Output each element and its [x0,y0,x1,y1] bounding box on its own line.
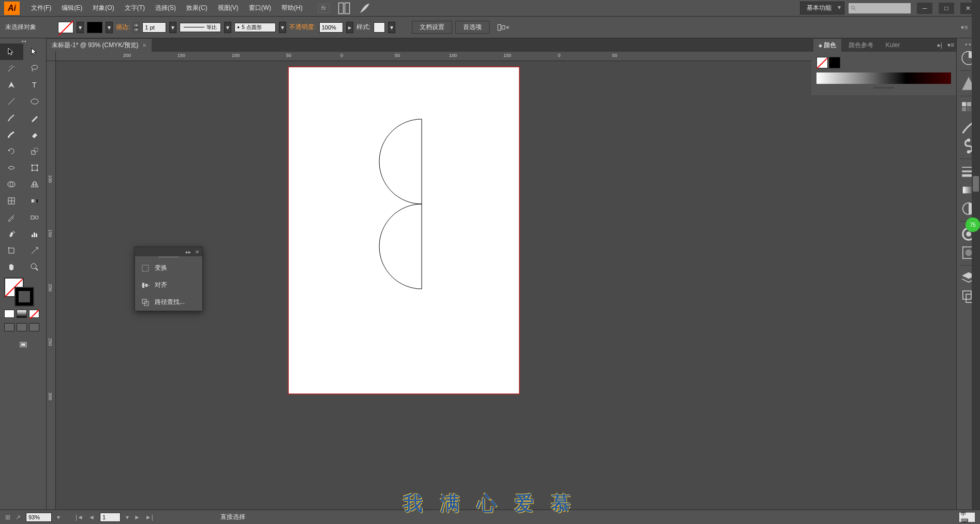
paintbrush-tool[interactable] [0,110,23,126]
floating-panel-header[interactable]: ▸▸ ✕ [135,247,202,256]
selection-tool[interactable] [0,43,23,60]
opacity-dd[interactable]: ▸ [346,22,353,33]
dock-scrollbar[interactable] [972,0,980,524]
stroke-profile[interactable]: 等比 [180,23,221,32]
color-stroke-swatch[interactable] [829,57,840,68]
stroke-swatch[interactable] [87,22,102,33]
gradient-tool[interactable] [23,193,47,209]
artboard-input[interactable] [100,513,121,522]
panel-menu-icon[interactable]: ▾≡ [947,41,954,49]
zoom-input[interactable] [26,513,52,522]
stroke-weight-stepper[interactable]: ▴▾ [133,23,139,32]
draw-normal[interactable] [4,323,14,331]
color-spectrum[interactable] [816,72,951,84]
draw-inside[interactable] [29,323,39,331]
symbol-sprayer-tool[interactable] [0,226,23,242]
artboard-prev[interactable]: ◄ [88,514,95,521]
free-transform-tool[interactable] [23,159,47,176]
scroll-thumb[interactable] [973,176,979,192]
graph-tool[interactable] [23,226,47,242]
menu-view[interactable]: 视图(V) [213,1,244,16]
draw-behind[interactable] [17,323,27,331]
stroke-color[interactable] [14,287,34,307]
doc-setup-button[interactable]: 文档设置 [412,21,452,34]
minimize-button[interactable]: ─ [917,3,932,14]
stroke-weight-dd[interactable]: ▾ [169,22,176,33]
fill-stroke-colors[interactable] [0,275,46,309]
style-swatch[interactable] [374,22,385,33]
bridge-icon[interactable]: Br [318,4,330,13]
menu-edit[interactable]: 编辑(E) [56,1,87,16]
blob-brush-tool[interactable] [0,126,23,143]
preferences-button[interactable]: 首选项 [455,21,489,34]
opacity-input[interactable] [319,22,343,33]
panel-pathfinder[interactable]: 路径查找... [135,294,202,311]
document-tab[interactable]: 未标题-1* @ 93% (CMYK/预览) × [47,39,152,52]
direct-selection-tool[interactable] [23,43,47,60]
toolbox-collapse[interactable] [0,38,46,43]
blend-tool[interactable] [23,209,47,226]
panel-menu-icon[interactable]: ▾≡ [958,21,971,34]
menu-help[interactable]: 帮助(H) [276,1,308,16]
sb-nav-first[interactable]: ⊞ [5,514,10,521]
brush-dd[interactable]: ▾ [279,22,286,33]
eyedropper-tool[interactable] [0,209,23,226]
tab-close-icon[interactable]: × [143,42,146,49]
screen-mode-tool[interactable] [0,336,46,354]
artboard-tool[interactable] [0,242,23,259]
ruler-horizontal[interactable]: 200 150 100 50 0 50 100 150 0 50 [56,52,811,61]
ruler-origin[interactable] [47,52,56,61]
color-mode-gradient[interactable] [17,310,27,318]
brush-def[interactable]: 5 点圆形 [234,23,276,32]
menu-type[interactable]: 文字(T) [120,1,150,16]
mesh-tool[interactable] [0,193,23,209]
stroke-dropdown[interactable]: ▾ [106,22,113,33]
color-mode-none[interactable] [29,310,39,318]
menu-file[interactable]: 文件(F) [26,1,56,16]
align-icon[interactable]: ▾ [497,21,509,34]
notification-badge[interactable]: 75 [966,217,980,232]
rotate-tool[interactable] [0,143,23,159]
stroke-profile-dd[interactable]: ▾ [224,22,231,33]
ruler-vertical[interactable]: 100 150 200 250 300 [47,61,56,510]
zoom-tool[interactable] [23,259,47,275]
menu-select[interactable]: 选择(S) [150,1,181,16]
ime-indicator[interactable]: 中 ⌨ [959,513,975,522]
workspace-switcher[interactable]: 基本功能 [800,2,844,14]
artboard-last[interactable]: ►| [145,514,153,521]
arrange-icon[interactable] [338,2,350,14]
lasso-tool[interactable] [23,60,47,77]
eraser-tool[interactable] [23,126,47,143]
type-tool[interactable]: T [23,77,47,93]
color-mode-solid[interactable] [4,310,14,318]
feather-icon[interactable] [359,2,371,14]
magic-wand-tool[interactable] [0,60,23,77]
color-fill-swatch[interactable] [816,57,828,68]
panel-align[interactable]: 对齐 [135,276,202,294]
sb-nav-prev[interactable]: ↗ [16,514,21,521]
fill-swatch[interactable] [58,22,73,33]
width-tool[interactable] [0,159,23,176]
rectangle-tool[interactable] [23,93,47,110]
menu-object[interactable]: 对象(O) [87,1,119,16]
scale-tool[interactable] [23,143,47,159]
maximize-button[interactable]: □ [939,3,954,14]
line-tool[interactable] [0,93,23,110]
shape-builder-tool[interactable] [0,176,23,193]
search-input[interactable] [849,3,911,13]
menu-window[interactable]: 窗口(W) [244,1,276,16]
hand-tool[interactable] [0,259,23,275]
menu-effect[interactable]: 效果(C) [181,1,213,16]
pencil-tool[interactable] [23,110,47,126]
perspective-tool[interactable] [23,176,47,193]
panel-collapse-icon[interactable]: ▸▸ [186,249,191,255]
stroke-weight-input[interactable] [142,22,166,33]
artboard-next[interactable]: ► [134,514,140,521]
artboard-dd[interactable]: ▾ [126,514,129,521]
kuler-tab[interactable]: Kuler [881,39,905,51]
slice-tool[interactable] [23,242,47,259]
style-dd[interactable]: ▾ [388,22,395,33]
pen-tool[interactable] [0,77,23,93]
zoom-dd[interactable]: ▾ [57,514,60,521]
color-tab[interactable]: 颜色 [813,39,841,52]
